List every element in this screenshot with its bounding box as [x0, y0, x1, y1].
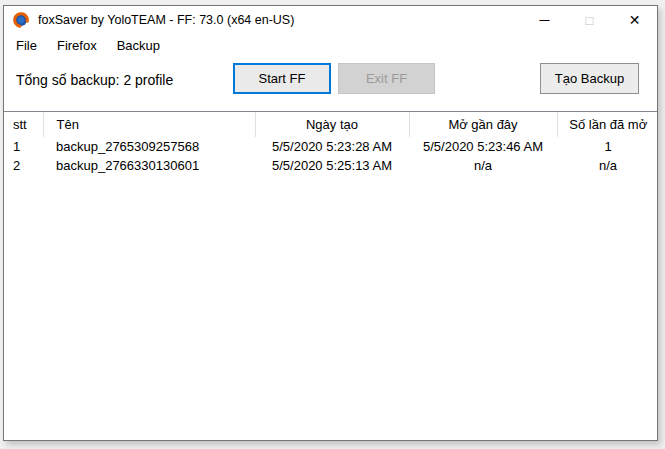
tao-backup-button[interactable]: Tạo Backup [540, 63, 639, 94]
close-icon[interactable]: ✕ [612, 6, 657, 34]
table-cell: 1 [4, 137, 43, 156]
table-cell: 5/5/2020 5:23:28 AM [255, 137, 409, 156]
minimize-icon[interactable]: ─ [522, 6, 567, 34]
column-header[interactable]: Mở gần đây [409, 112, 557, 137]
table-cell: n/a [409, 156, 557, 175]
column-header[interactable]: Ngày tạo [255, 112, 409, 137]
menu-item-file[interactable]: File [6, 35, 47, 56]
menubar: FileFirefoxBackup [4, 34, 657, 56]
column-header[interactable]: Số lần đã mở [557, 112, 657, 137]
window-title: foxSaver by YoloTEAM - FF: 73.0 (x64 en-… [38, 13, 294, 27]
maximize-icon: □ [567, 6, 612, 34]
table-body: 1backup_27653092575685/5/2020 5:23:28 AM… [4, 137, 657, 175]
table-row[interactable]: 1backup_27653092575685/5/2020 5:23:28 AM… [4, 137, 657, 156]
window-controls: ─ □ ✕ [522, 6, 657, 34]
column-header[interactable]: stt [4, 112, 43, 137]
menu-item-backup[interactable]: Backup [107, 35, 170, 56]
app-window: foxSaver by YoloTEAM - FF: 73.0 (x64 en-… [3, 5, 658, 441]
start-ff-button[interactable]: Start FF [233, 63, 331, 94]
table-cell: backup_2766330130601 [43, 156, 255, 175]
titlebar: foxSaver by YoloTEAM - FF: 73.0 (x64 en-… [4, 6, 657, 34]
exit-ff-button: Exit FF [338, 63, 435, 94]
backup-count-label: Tổng số backup: 2 profile [16, 72, 173, 88]
toolbar: Tổng số backup: 2 profile Start FF Exit … [4, 56, 657, 111]
table-row[interactable]: 2backup_27663301306015/5/2020 5:25:13 AM… [4, 156, 657, 175]
backup-table: sttTênNgày tạoMở gần đâySố lần đã mở 1ba… [4, 112, 657, 175]
backup-listview: sttTênNgày tạoMở gần đâySố lần đã mở 1ba… [4, 111, 657, 440]
column-header[interactable]: Tên [43, 112, 255, 137]
table-cell: 5/5/2020 5:23:46 AM [409, 137, 557, 156]
table-cell: n/a [557, 156, 657, 175]
table-header-row: sttTênNgày tạoMở gần đâySố lần đã mở [4, 112, 657, 137]
table-cell: backup_2765309257568 [43, 137, 255, 156]
table-cell: 2 [4, 156, 43, 175]
menu-item-firefox[interactable]: Firefox [47, 35, 107, 56]
firefox-icon [13, 12, 29, 28]
table-cell: 5/5/2020 5:25:13 AM [255, 156, 409, 175]
table-cell: 1 [557, 137, 657, 156]
